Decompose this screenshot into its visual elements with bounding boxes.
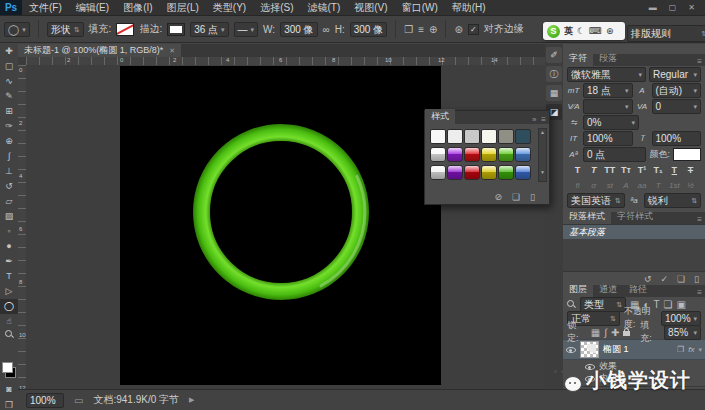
path-operations-icon[interactable]: ❐ bbox=[404, 24, 413, 35]
move-tool[interactable]: ✚ bbox=[0, 44, 18, 59]
minimize-icon[interactable]: ▬ bbox=[649, 3, 657, 12]
gradient-tool[interactable]: ▨ bbox=[0, 209, 18, 224]
ime-settings-icon[interactable]: ⊛ bbox=[606, 26, 614, 36]
layer-filter-kind-select[interactable]: 类型⇅ bbox=[580, 297, 626, 312]
menu-type[interactable]: 类型(Y) bbox=[206, 0, 253, 15]
status-expand-icon[interactable]: ▶ bbox=[189, 396, 194, 404]
delete-style-icon[interactable]: ▯ bbox=[694, 274, 699, 284]
small-caps-button[interactable]: Tᴛ bbox=[619, 164, 632, 176]
clone-stamp-tool[interactable]: ⊥ bbox=[0, 164, 18, 179]
clear-override-icon[interactable]: ✓ bbox=[660, 274, 668, 284]
lasso-tool[interactable]: ∿ bbox=[0, 74, 18, 89]
style-swatch[interactable] bbox=[481, 165, 497, 180]
gear-icon[interactable]: ⊛ bbox=[454, 24, 462, 35]
leading-field[interactable]: (自动)▾ bbox=[652, 83, 702, 98]
stylistic-alternates-button[interactable]: st bbox=[603, 180, 616, 191]
style-swatch[interactable] bbox=[515, 165, 531, 180]
tab-channels[interactable]: 通道 bbox=[593, 282, 623, 297]
horizontal-scale-field[interactable]: 100% bbox=[652, 131, 702, 146]
blur-tool[interactable]: ◦ bbox=[0, 224, 18, 239]
fill-opacity-field[interactable]: 85%▾ bbox=[664, 325, 701, 340]
menu-image[interactable]: 图像(I) bbox=[116, 0, 159, 15]
tab-paragraph[interactable]: 段落 bbox=[593, 51, 623, 66]
strikethrough-button[interactable]: T bbox=[684, 164, 697, 176]
filter-smart-object-icon[interactable]: ▣ bbox=[677, 299, 686, 310]
hand-tool[interactable]: ☝ bbox=[0, 314, 18, 329]
swash-t-button[interactable]: T bbox=[652, 180, 665, 191]
style-swatch[interactable] bbox=[430, 129, 446, 144]
superscript-button[interactable]: T¹ bbox=[636, 164, 649, 176]
menu-select[interactable]: 选择(S) bbox=[253, 0, 300, 15]
underline-button[interactable]: T bbox=[668, 164, 681, 176]
close-icon[interactable]: ✕ bbox=[688, 3, 695, 12]
height-field[interactable]: 300 像 bbox=[350, 22, 387, 37]
fill-swatch-none[interactable] bbox=[116, 23, 134, 36]
brush-presets-panel-icon[interactable]: ✐ bbox=[546, 47, 562, 63]
panel-menu-icon[interactable]: ≡ bbox=[541, 115, 549, 124]
ligatures-button[interactable]: fi bbox=[571, 180, 584, 191]
contextual-alternates-button[interactable]: aa bbox=[636, 180, 649, 191]
tab-paths[interactable]: 路径 bbox=[623, 282, 653, 297]
stroke-width-field[interactable]: 36 点 ▾ bbox=[190, 22, 228, 37]
subscript-button[interactable]: T₁ bbox=[652, 164, 665, 176]
stroke-swatch[interactable] bbox=[167, 23, 185, 36]
tab-paragraph-styles[interactable]: 段落样式 bbox=[563, 209, 611, 224]
quick-selection-tool[interactable]: ✎ bbox=[0, 89, 18, 104]
faux-italic-button[interactable]: T bbox=[587, 164, 600, 176]
info-panel-icon[interactable]: ⓘ bbox=[546, 66, 562, 82]
style-swatch[interactable] bbox=[515, 147, 531, 162]
fractions-button[interactable]: ½ bbox=[684, 180, 697, 191]
menu-filter[interactable]: 滤镜(T) bbox=[301, 0, 348, 15]
layer-fx-badge[interactable]: fx bbox=[688, 345, 694, 354]
layer-visibility-eye-icon[interactable] bbox=[566, 345, 576, 354]
eyedropper-tool[interactable]: ✑ bbox=[0, 119, 18, 134]
menu-view[interactable]: 视图(V) bbox=[347, 0, 394, 15]
language-select[interactable]: 美国英语⇅ bbox=[567, 193, 625, 208]
menu-layer[interactable]: 图层(L) bbox=[160, 0, 206, 15]
menu-window[interactable]: 窗口(W) bbox=[395, 0, 445, 15]
tab-character[interactable]: 字符 bbox=[563, 51, 593, 66]
faux-bold-button[interactable]: T bbox=[571, 164, 584, 176]
tab-character-styles[interactable]: 字符样式 bbox=[611, 209, 659, 224]
layer-thumbnail[interactable] bbox=[580, 341, 599, 358]
tab-close-icon[interactable]: ✕ bbox=[169, 44, 175, 57]
styles-scrollbar[interactable]: ▲ ▼ bbox=[538, 128, 547, 182]
panel-menu-icon[interactable]: ≡ bbox=[697, 288, 705, 297]
ime-language-toggle[interactable]: 英 bbox=[564, 25, 573, 38]
foreground-color-swatch[interactable] bbox=[2, 362, 13, 373]
maximize-icon[interactable]: ▢ bbox=[669, 3, 677, 12]
titling-alternates-button[interactable]: A bbox=[619, 180, 632, 191]
lock-all-icon[interactable] bbox=[623, 331, 630, 336]
tracking-field[interactable]: 0▾ bbox=[652, 99, 702, 114]
font-family-select[interactable]: 微软雅黑▾ bbox=[567, 67, 646, 82]
ime-keyboard-icon[interactable]: ⌨ bbox=[589, 26, 602, 36]
collapse-effects-icon[interactable]: ▾ bbox=[698, 346, 702, 354]
style-swatch[interactable] bbox=[464, 165, 480, 180]
style-swatch[interactable] bbox=[515, 129, 531, 144]
quick-mask-button[interactable]: ◙ bbox=[0, 382, 18, 397]
menu-edit[interactable]: 编辑(E) bbox=[69, 0, 116, 15]
swatches-panel-icon[interactable]: ▦ bbox=[546, 85, 562, 101]
style-swatch[interactable] bbox=[430, 147, 446, 162]
all-caps-button[interactable]: TT bbox=[603, 164, 616, 176]
menu-file[interactable]: 文件(F) bbox=[22, 0, 69, 15]
new-style-icon[interactable]: ❏ bbox=[512, 192, 520, 202]
rectangular-marquee-tool[interactable]: ▢ bbox=[0, 59, 18, 74]
filter-shape-icon[interactable]: ❏ bbox=[664, 299, 673, 310]
tab-styles[interactable]: 样式 bbox=[425, 109, 455, 124]
path-alignment-icon[interactable]: ≡ bbox=[418, 24, 424, 35]
history-brush-tool[interactable]: ↺ bbox=[0, 179, 18, 194]
basic-paragraph-item[interactable]: 基本段落 bbox=[563, 225, 705, 239]
layer-name[interactable]: 椭圆 1 bbox=[603, 343, 629, 356]
style-swatch[interactable] bbox=[447, 147, 463, 162]
delete-style-icon[interactable]: ▯ bbox=[530, 192, 535, 202]
swash-button[interactable]: σ bbox=[587, 180, 600, 191]
collapse-panel-icon[interactable]: » bbox=[532, 115, 539, 124]
opacity-field[interactable]: 100%▾ bbox=[661, 311, 701, 326]
font-size-field[interactable]: 18 点▾ bbox=[583, 83, 633, 98]
path-arrange-icon[interactable]: ⊕ bbox=[429, 24, 437, 35]
style-swatch[interactable] bbox=[447, 129, 463, 144]
lock-pixels-icon[interactable]: ∫ bbox=[604, 327, 607, 338]
eraser-tool[interactable]: ▱ bbox=[0, 194, 18, 209]
tool-mode-select[interactable]: 形状 ⇅ bbox=[47, 22, 84, 37]
